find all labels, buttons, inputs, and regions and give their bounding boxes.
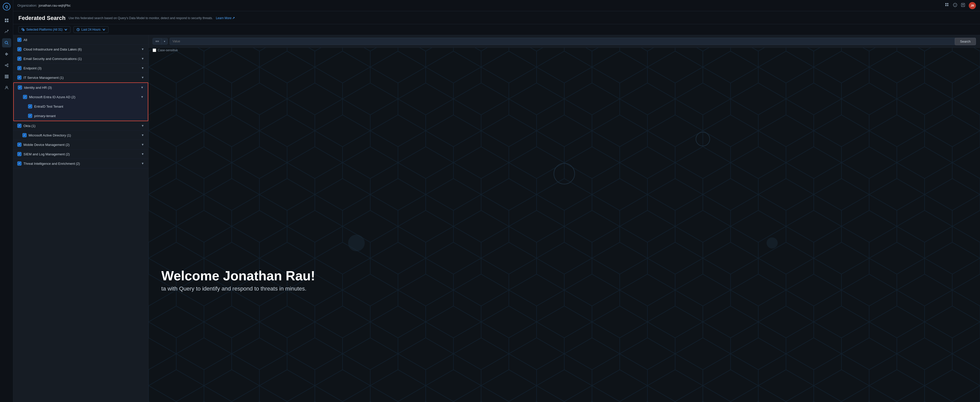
svg-point-23 <box>6 86 7 88</box>
platform-label-it-service: IT Service Management (1) <box>24 76 64 79</box>
platform-label-endpoint: Endpoint (3) <box>24 66 41 70</box>
sidebar-item-apps[interactable] <box>2 72 11 81</box>
topbar-actions: ? JR <box>945 2 976 9</box>
platform-item-identity-hr[interactable]: ✓Identity and HR (3)▼ <box>14 83 148 92</box>
svg-rect-25 <box>947 3 948 4</box>
checkbox-entraid-test[interactable]: ✓ <box>28 104 32 108</box>
expand-arrow-endpoint[interactable]: ▼ <box>141 66 144 70</box>
platform-item-entraid-test[interactable]: ✓EntraID Test Tenant <box>14 102 148 111</box>
case-sensitive-label: Case-sensitive <box>158 48 178 52</box>
platform-item-ms-ad[interactable]: ✓Microsoft Active Directory (1)▼ <box>13 130 148 140</box>
main-content: Organization: jonathan.rau-wqhjPbc ? JR … <box>13 0 980 402</box>
sidebar-item-search[interactable] <box>2 38 11 48</box>
checkbox-email-security[interactable]: ✓ <box>18 57 21 61</box>
platform-item-ms-entra[interactable]: ✓Microsoft Entra ID Azure AD (2)▼ <box>14 92 148 102</box>
svg-rect-15 <box>6 75 7 76</box>
svg-rect-3 <box>7 19 8 20</box>
operator-value: == <box>153 38 162 44</box>
platform-label-ms-ad: Microsoft Active Directory (1) <box>29 133 71 137</box>
platform-label-all: All <box>24 38 27 42</box>
svg-point-9 <box>5 65 6 66</box>
expand-arrow-mobile-device[interactable]: ▼ <box>141 143 144 146</box>
search-input[interactable] <box>170 38 968 45</box>
checkbox-siem[interactable]: ✓ <box>18 152 21 156</box>
svg-rect-14 <box>5 75 6 76</box>
platform-item-mobile-device[interactable]: ✓Mobile Device Management (2)▼ <box>13 140 148 149</box>
svg-rect-21 <box>6 77 7 78</box>
svg-rect-41 <box>148 35 980 402</box>
help-icon[interactable]: ? <box>953 3 957 8</box>
case-sensitive-row: Case-sensitive <box>153 48 178 52</box>
checkbox-mobile-device[interactable]: ✓ <box>18 143 21 147</box>
sidebar-item-users[interactable] <box>2 83 11 92</box>
page-subtitle: Use this federated search based on Query… <box>68 16 213 20</box>
app-logo[interactable]: Q <box>3 3 11 11</box>
canvas-area: == ▾ ✕ Search Case-sensitive <box>148 35 980 402</box>
search-button[interactable]: Search <box>955 38 976 45</box>
platform-label-ms-entra: Microsoft Entra ID Azure AD (2) <box>29 95 75 99</box>
expand-arrow-identity-hr[interactable]: ▼ <box>141 86 144 89</box>
case-sensitive-checkbox[interactable] <box>153 48 156 52</box>
svg-rect-18 <box>6 76 7 77</box>
checkbox-endpoint[interactable]: ✓ <box>18 66 21 70</box>
content-area: ✓All✓Cloud Infrastructure and Data Lakes… <box>13 35 980 402</box>
checkbox-cloud-infra[interactable]: ✓ <box>18 47 21 51</box>
checkbox-all[interactable]: ✓ <box>18 38 21 42</box>
svg-line-13 <box>6 65 7 66</box>
grid-icon[interactable] <box>945 3 950 8</box>
svg-rect-4 <box>5 21 6 22</box>
checkbox-okta[interactable]: ✓ <box>18 124 21 128</box>
platform-item-endpoint[interactable]: ✓Endpoint (3)▼ <box>13 64 148 73</box>
topbar: Organization: jonathan.rau-wqhjPbc ? JR <box>13 0 980 11</box>
export-icon[interactable] <box>961 3 965 8</box>
platform-item-cloud-infra[interactable]: ✓Cloud Infrastructure and Data Lakes (6)… <box>13 44 148 54</box>
svg-rect-2 <box>5 19 6 20</box>
sidebar-item-analytics[interactable] <box>2 27 11 36</box>
svg-rect-24 <box>945 3 947 4</box>
checkbox-threat-intel[interactable]: ✓ <box>18 162 21 165</box>
checkbox-ms-entra[interactable]: ✓ <box>23 95 27 99</box>
checkbox-identity-hr[interactable]: ✓ <box>18 86 22 89</box>
platform-item-siem[interactable]: ✓SIEM and Log Management (2)▼ <box>13 149 148 159</box>
hex-background <box>148 35 980 402</box>
operator-arrow[interactable]: ▾ <box>162 38 167 44</box>
platform-item-primary-tenant[interactable]: ✓primary-tenant <box>14 111 148 121</box>
sidebar-item-integrations[interactable] <box>2 61 11 70</box>
checkbox-it-service[interactable]: ✓ <box>18 76 21 79</box>
learn-more-link[interactable]: Learn More <box>216 16 235 20</box>
search-bar-area: == ▾ ✕ Search <box>148 35 980 48</box>
org-name: jonathan.rau-wqhjPbc <box>38 3 71 7</box>
platform-item-threat-intel[interactable]: ✓Threat Intelligence and Enrichment (2)▼ <box>13 159 148 168</box>
platform-item-it-service[interactable]: ✓IT Service Management (1)▼ <box>13 73 148 83</box>
sidebar-item-targets[interactable] <box>2 49 11 59</box>
expand-arrow-email-security[interactable]: ▼ <box>141 57 144 60</box>
expand-arrow-ms-entra[interactable]: ▼ <box>141 95 144 99</box>
expand-arrow-okta[interactable]: ▼ <box>141 124 144 127</box>
checkbox-ms-ad[interactable]: ✓ <box>22 133 27 137</box>
svg-point-6 <box>7 30 8 31</box>
svg-rect-17 <box>5 76 6 77</box>
time-label: Last 24 Hours <box>81 28 100 31</box>
platform-item-email-security[interactable]: ✓Email Security and Communications (1)▼ <box>13 54 148 64</box>
svg-line-12 <box>6 65 7 65</box>
platform-label-primary-tenant: primary-tenant <box>34 114 56 118</box>
time-filter[interactable]: Last 24 Hours <box>73 26 108 33</box>
checkbox-primary-tenant[interactable]: ✓ <box>28 114 32 118</box>
platform-item-okta[interactable]: ✓Okta (1)▼ <box>13 121 148 130</box>
expand-arrow-threat-intel[interactable]: ▼ <box>141 162 144 165</box>
expand-arrow-cloud-infra[interactable]: ▼ <box>141 48 144 51</box>
svg-point-10 <box>7 64 8 65</box>
avatar[interactable]: JR <box>969 2 976 9</box>
search-operator[interactable]: == ▾ <box>153 38 168 44</box>
platforms-filter[interactable]: Selected Platforms (All 31) <box>18 26 70 33</box>
sidebar-item-dashboard[interactable] <box>2 16 11 25</box>
platform-item-all[interactable]: ✓All <box>13 35 148 44</box>
svg-point-45 <box>767 237 778 248</box>
platforms-label: Selected Platforms (All 31) <box>26 28 62 31</box>
expand-arrow-it-service[interactable]: ▼ <box>141 76 144 79</box>
svg-text:?: ? <box>955 4 956 6</box>
expand-arrow-siem[interactable]: ▼ <box>141 152 144 156</box>
platform-label-siem: SIEM and Log Management (2) <box>24 152 70 156</box>
expand-arrow-ms-ad[interactable]: ▼ <box>141 133 144 137</box>
identity-hr-group: ✓Identity and HR (3)▼✓Microsoft Entra ID… <box>13 83 148 121</box>
